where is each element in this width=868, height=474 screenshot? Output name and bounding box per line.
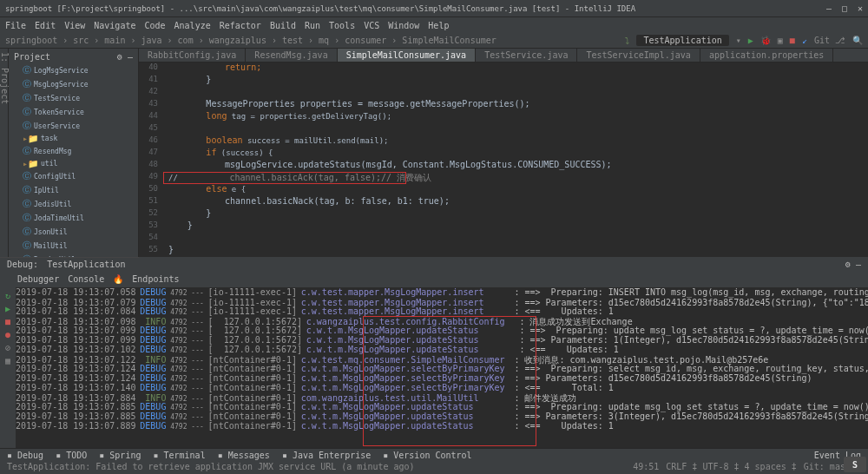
tree-item[interactable]: ⒸJedisUtil bbox=[10, 197, 136, 211]
tree-item[interactable]: ⒸRandomUtil bbox=[10, 253, 136, 257]
debug-icon[interactable]: 🐞 bbox=[760, 36, 771, 45]
endpoints-tab[interactable]: Endpoints bbox=[132, 274, 179, 286]
tree-item[interactable]: ⒸMailUtil bbox=[10, 239, 136, 253]
status-message: TestApplication: Failed to retrieve appl… bbox=[7, 462, 415, 472]
console-tab[interactable]: Console bbox=[68, 274, 104, 286]
menubar: FileEditViewNavigateCodeAnalyzeRefactorB… bbox=[0, 17, 868, 33]
watermark-logo: S bbox=[844, 457, 866, 472]
git-pull-icon[interactable]: ↙ bbox=[802, 36, 807, 45]
tree-item[interactable]: ⒸUserService bbox=[10, 119, 136, 133]
code-editor[interactable]: 40414243444546474849505152535455 return;… bbox=[139, 63, 868, 257]
run-icon[interactable]: ▶ bbox=[748, 36, 753, 45]
tree-item[interactable]: ⒸJodaTimeUtil bbox=[10, 211, 136, 225]
search-icon[interactable]: 🔍 bbox=[852, 36, 863, 45]
menu-vcs[interactable]: VCS bbox=[364, 21, 379, 30]
editor-tab-bar: RabbitConfig.javaResendMsg.javaSimpleMai… bbox=[139, 49, 868, 63]
rerun-icon[interactable]: ↻ bbox=[5, 291, 10, 300]
window-title: springboot [F:\project\springboot] - ...… bbox=[5, 4, 826, 13]
left-gutter: 1: Project bbox=[0, 49, 9, 257]
tree-item[interactable]: ⒸConfigUtil bbox=[10, 169, 136, 183]
editor-tab[interactable]: TestService.java bbox=[476, 49, 577, 62]
debug-settings-icon[interactable]: ⚙ — bbox=[845, 260, 861, 272]
editor-tab[interactable]: RabbitConfig.java bbox=[139, 49, 246, 62]
resume-icon[interactable]: ▶ bbox=[5, 304, 10, 313]
titlebar: springboot [F:\project\springboot] - ...… bbox=[0, 0, 868, 17]
editor-tab[interactable]: SimpleMailConsumer.java bbox=[338, 49, 476, 62]
tree-item[interactable]: ⒸResendMsg bbox=[10, 144, 136, 158]
editor-tab[interactable]: ResendMsg.java bbox=[246, 49, 337, 62]
tree-item[interactable]: ⒸMsgLogService bbox=[10, 77, 136, 91]
close-icon[interactable]: ✕ bbox=[858, 3, 863, 13]
editor-tab[interactable]: application.properties bbox=[700, 49, 833, 62]
tool-debug[interactable]: ▪ Debug bbox=[7, 451, 43, 460]
menu-code[interactable]: Code bbox=[144, 21, 165, 30]
layout-icon[interactable]: ▦ bbox=[5, 356, 10, 365]
caret-position[interactable]: 49:51 bbox=[633, 462, 659, 472]
editor-tab[interactable]: TestServiceImpl.java bbox=[577, 49, 700, 62]
run-config-select[interactable]: TestApplication bbox=[636, 35, 728, 46]
project-pane: Project⚙ — ⒸLogMsgServiceⒸMsgLogServiceⒸ… bbox=[9, 49, 139, 257]
menu-tools[interactable]: Tools bbox=[329, 21, 355, 30]
build-icon[interactable]: ⤵ bbox=[625, 36, 629, 45]
tool-messages[interactable]: ▪ Messages bbox=[218, 451, 270, 460]
mute-bp-icon[interactable]: ⊘ bbox=[5, 343, 10, 352]
console-output[interactable]: 2019-07-18 19:13:07.058 DEBUG 4792 --- [… bbox=[16, 287, 868, 448]
project-pane-title: Project bbox=[14, 52, 50, 62]
tree-item[interactable]: ⒸLogMsgService bbox=[10, 63, 136, 77]
maximize-icon[interactable]: □ bbox=[842, 3, 847, 13]
tree-item[interactable]: ⒸTestService bbox=[10, 91, 136, 105]
menu-navigate[interactable]: Navigate bbox=[94, 21, 135, 30]
project-root[interactable]: springboot bbox=[5, 36, 57, 45]
tool-java-enterprise[interactable]: ▪ Java Enterprise bbox=[282, 451, 371, 460]
menu-build[interactable]: Build bbox=[270, 21, 296, 30]
view-bp-icon[interactable]: ● bbox=[5, 330, 10, 339]
debug-config-name: TestApplication bbox=[47, 260, 125, 272]
coverage-icon[interactable]: ▣ bbox=[778, 36, 783, 45]
tool-version-control[interactable]: ▪ Version Control bbox=[383, 451, 471, 460]
debug-title: Debug: bbox=[7, 260, 38, 272]
tree-item[interactable]: ⒸTokenService bbox=[10, 105, 136, 119]
menu-view[interactable]: View bbox=[64, 21, 85, 30]
menu-run[interactable]: Run bbox=[305, 21, 320, 30]
menu-refactor[interactable]: Refactor bbox=[220, 21, 261, 30]
tree-item[interactable]: ⒸIpUtil bbox=[10, 183, 136, 197]
tool-todo[interactable]: ▪ TODO bbox=[56, 451, 87, 460]
tree-item[interactable]: ▸📁util bbox=[10, 158, 136, 169]
debugger-tab[interactable]: Debugger bbox=[17, 274, 59, 286]
breadcrumb-bar: springboot ›src ›main ›java ›com ›wangza… bbox=[0, 33, 868, 49]
git-icon[interactable]: Git ⎇ bbox=[814, 36, 845, 45]
tree-item[interactable]: ⒸJsonUtil bbox=[10, 225, 136, 239]
project-tool-tab[interactable]: 1: Project bbox=[0, 52, 8, 104]
minimize-icon[interactable]: — bbox=[826, 3, 832, 13]
menu-window[interactable]: Window bbox=[388, 21, 419, 30]
stop-icon[interactable]: ■ bbox=[790, 36, 795, 45]
tree-item[interactable]: ▸📁task bbox=[10, 133, 136, 144]
encoding-info[interactable]: CRLF ‡ UTF-8 ‡ 4 spaces ‡ bbox=[666, 462, 797, 472]
menu-edit[interactable]: Edit bbox=[35, 21, 56, 30]
stop-icon[interactable]: ■ bbox=[5, 317, 10, 326]
tool-terminal[interactable]: ▪ Terminal bbox=[153, 451, 205, 460]
menu-file[interactable]: File bbox=[5, 21, 26, 30]
menu-help[interactable]: Help bbox=[428, 21, 449, 30]
tool-spring[interactable]: ▪ Spring bbox=[99, 451, 141, 460]
menu-analyze[interactable]: Analyze bbox=[174, 21, 211, 30]
